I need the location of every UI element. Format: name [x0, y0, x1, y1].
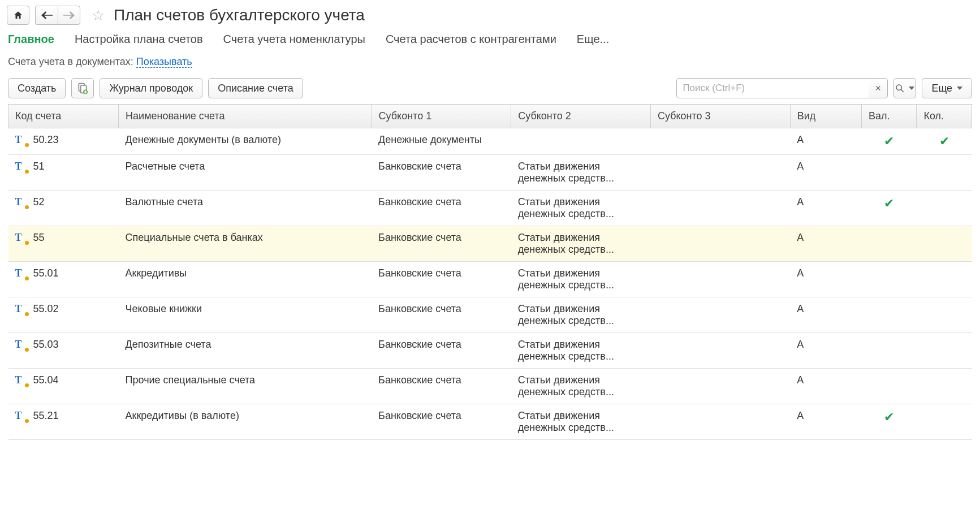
col-vid[interactable]: Вид — [790, 105, 861, 128]
accounts-in-docs-link[interactable]: Показывать — [136, 56, 192, 68]
account-icon: T — [15, 196, 27, 208]
table-row[interactable]: T55.21Аккредитивы (в валюте)Банковские с… — [8, 404, 972, 440]
cell-sub3 — [650, 333, 790, 369]
home-icon — [13, 10, 23, 20]
table-row[interactable]: T55.04Прочие специальные счетаБанковские… — [8, 369, 972, 404]
col-kol[interactable]: Кол. — [917, 105, 972, 128]
back-button[interactable] — [35, 6, 58, 25]
cell-sub3 — [650, 128, 790, 155]
cell-vid: А — [790, 191, 861, 226]
cell-sub3 — [650, 262, 790, 297]
cell-sub2: Статьи движения денежных средств... — [511, 155, 651, 191]
cell-val — [861, 155, 917, 191]
cell-sub1: Банковские счета — [372, 226, 511, 262]
cell-vid: А — [790, 404, 861, 440]
cell-code: 52 — [33, 196, 45, 208]
more-button[interactable]: Еще — [922, 78, 972, 98]
cell-sub3 — [650, 155, 790, 191]
copy-plus-icon — [77, 83, 88, 94]
check-icon: ✔ — [884, 134, 894, 148]
col-val[interactable]: Вал. — [861, 105, 917, 128]
cell-vid: А — [790, 226, 861, 262]
table-row[interactable]: T55.01АккредитивыБанковские счетаСтатьи … — [8, 262, 972, 297]
tab-4[interactable]: Еще... — [577, 33, 609, 46]
cell-vid: А — [790, 297, 861, 333]
check-icon: ✔ — [884, 410, 894, 424]
tab-3[interactable]: Счета расчетов с контрагентами — [386, 33, 556, 46]
cell-kol — [917, 297, 972, 333]
account-icon: T — [15, 339, 27, 351]
col-sub1[interactable]: Субконто 1 — [372, 105, 511, 128]
arrow-left-icon — [41, 11, 53, 19]
cell-kol — [917, 333, 972, 369]
tab-1[interactable]: Настройка плана счетов — [75, 33, 203, 46]
home-button[interactable] — [7, 6, 29, 25]
search-input[interactable] — [676, 78, 869, 98]
check-icon: ✔ — [884, 196, 894, 210]
cell-val: ✔ — [861, 404, 917, 440]
cell-sub1: Банковские счета — [372, 404, 511, 440]
table-row[interactable]: T52Валютные счетаБанковские счетаСтатьи … — [8, 191, 972, 226]
col-sub3[interactable]: Субконто 3 — [650, 105, 790, 128]
cell-kol — [917, 226, 972, 262]
cell-sub2: Статьи движения денежных средств... — [511, 297, 651, 333]
cell-sub2: Статьи движения денежных средств... — [511, 333, 651, 369]
description-button[interactable]: Описание счета — [208, 78, 303, 98]
account-icon: T — [15, 232, 27, 244]
col-sub2[interactable]: Субконто 2 — [511, 105, 651, 128]
cell-sub3 — [650, 226, 790, 262]
cell-val: ✔ — [861, 128, 917, 155]
cell-vid: А — [790, 262, 861, 297]
cell-kol: ✔ — [917, 128, 972, 155]
cell-sub1: Банковские счета — [372, 155, 511, 191]
account-icon: T — [15, 267, 27, 279]
favorite-star-icon[interactable]: ☆ — [92, 7, 105, 24]
cell-sub2 — [511, 128, 651, 155]
cell-sub2: Статьи движения денежных средств... — [511, 191, 651, 226]
cell-sub2: Статьи движения денежных средств... — [511, 369, 651, 404]
cell-kol — [917, 404, 972, 440]
account-icon: T — [15, 134, 27, 146]
cell-code: 55.21 — [33, 410, 59, 422]
col-code[interactable]: Код счета — [8, 105, 119, 128]
cell-sub2: Статьи движения денежных средств... — [511, 404, 651, 440]
cell-code: 55.02 — [33, 303, 59, 315]
cell-kol — [917, 155, 972, 191]
cell-val — [861, 297, 917, 333]
cell-vid: А — [790, 128, 861, 155]
copy-icon-button[interactable] — [71, 78, 94, 98]
col-name[interactable]: Наименование счета — [119, 105, 372, 128]
search-mode-button[interactable] — [893, 78, 916, 98]
tab-0[interactable]: Главное — [8, 33, 54, 46]
svg-point-3 — [896, 85, 901, 90]
table-row[interactable]: T55Специальные счета в банкахБанковские … — [8, 226, 972, 262]
table-row[interactable]: T55.03Депозитные счетаБанковские счетаСт… — [8, 333, 972, 369]
table-row[interactable]: T51Расчетные счетаБанковские счетаСтатьи… — [8, 155, 972, 191]
cell-code: 55.03 — [33, 339, 59, 351]
search-clear-button[interactable]: × — [869, 78, 888, 98]
cell-name: Аккредитивы (в валюте) — [119, 404, 372, 440]
cell-sub3 — [650, 369, 790, 404]
account-icon: T — [15, 161, 27, 172]
table-row[interactable]: T55.02Чековые книжкиБанковские счетаСтат… — [8, 297, 972, 333]
forward-button[interactable] — [58, 6, 80, 25]
cell-name: Аккредитивы — [119, 262, 372, 297]
cell-sub3 — [650, 404, 790, 440]
cell-val — [861, 262, 917, 297]
journal-button[interactable]: Журнал проводок — [100, 78, 202, 98]
cell-val — [861, 226, 917, 262]
account-icon: T — [15, 374, 27, 386]
cell-code: 50.23 — [33, 134, 59, 146]
table-row[interactable]: T50.23Денежные документы (в валюте)Денеж… — [8, 128, 972, 155]
cell-sub1: Денежные документы — [372, 128, 511, 155]
cell-sub1: Банковские счета — [372, 191, 511, 226]
tab-2[interactable]: Счета учета номенклатуры — [223, 33, 365, 46]
page-title: План счетов бухгалтерского учета — [114, 6, 365, 24]
check-icon: ✔ — [939, 134, 949, 148]
cell-vid: А — [790, 333, 861, 369]
cell-name: Денежные документы (в валюте) — [119, 128, 372, 155]
create-button[interactable]: Создать — [8, 78, 66, 98]
arrow-right-icon — [63, 11, 75, 19]
cell-name: Чековые книжки — [119, 297, 372, 333]
magnifier-icon — [895, 84, 904, 93]
